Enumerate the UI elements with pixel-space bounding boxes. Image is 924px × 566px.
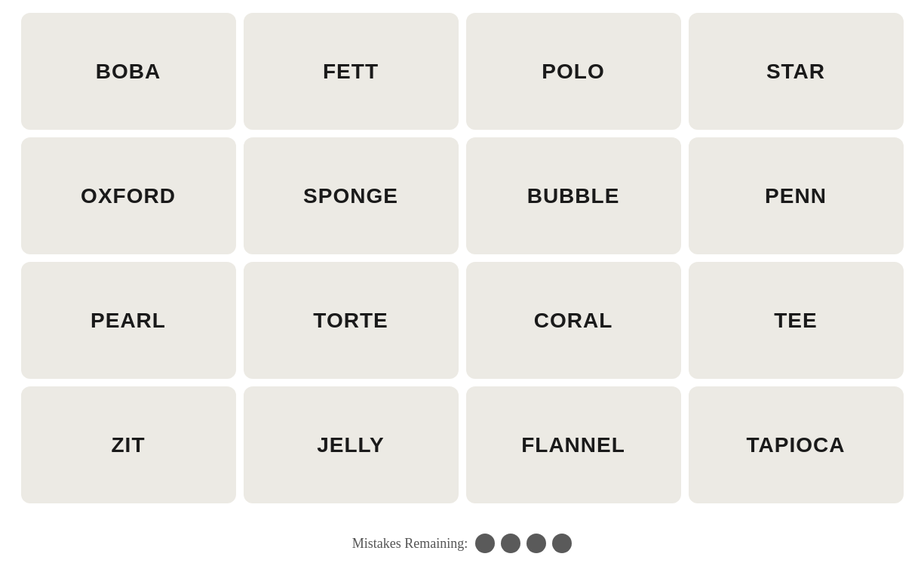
mistake-dot-3: [526, 534, 546, 553]
cell-label-polo: POLO: [542, 60, 604, 84]
grid-cell-tapioca[interactable]: TAPIOCA: [689, 386, 904, 503]
grid-cell-fett[interactable]: FETT: [244, 13, 459, 130]
cell-label-jelly: JELLY: [317, 433, 385, 457]
word-grid: BOBAFETTPOLOSTAROXFORDSPONGEBUBBLEPENNPE…: [21, 13, 904, 503]
grid-cell-polo[interactable]: POLO: [466, 13, 681, 130]
grid-cell-bubble[interactable]: BUBBLE: [466, 137, 681, 254]
grid-cell-star[interactable]: STAR: [689, 13, 904, 130]
mistakes-label: Mistakes Remaining:: [352, 536, 468, 552]
cell-label-oxford: OXFORD: [81, 184, 176, 208]
cell-label-flannel: FLANNEL: [521, 433, 625, 457]
grid-cell-coral[interactable]: CORAL: [466, 262, 681, 379]
mistakes-dots: [475, 534, 572, 553]
cell-label-tapioca: TAPIOCA: [747, 433, 846, 457]
cell-label-coral: CORAL: [534, 309, 613, 333]
cell-label-bubble: BUBBLE: [527, 184, 620, 208]
mistake-dot-1: [475, 534, 495, 553]
cell-label-boba: BOBA: [96, 60, 161, 84]
cell-label-fett: FETT: [323, 60, 379, 84]
grid-cell-tee[interactable]: TEE: [689, 262, 904, 379]
grid-cell-oxford[interactable]: OXFORD: [21, 137, 236, 254]
grid-cell-sponge[interactable]: SPONGE: [244, 137, 459, 254]
mistakes-section: Mistakes Remaining:: [352, 534, 572, 553]
grid-cell-pearl[interactable]: PEARL: [21, 262, 236, 379]
cell-label-star: STAR: [766, 60, 825, 84]
grid-cell-flannel[interactable]: FLANNEL: [466, 386, 681, 503]
cell-label-penn: PENN: [765, 184, 827, 208]
cell-label-pearl: PEARL: [91, 309, 166, 333]
cell-label-torte: TORTE: [313, 309, 388, 333]
grid-cell-penn[interactable]: PENN: [689, 137, 904, 254]
cell-label-zit: ZIT: [112, 433, 146, 457]
grid-cell-boba[interactable]: BOBA: [21, 13, 236, 130]
grid-cell-zit[interactable]: ZIT: [21, 386, 236, 503]
grid-cell-jelly[interactable]: JELLY: [244, 386, 459, 503]
mistake-dot-2: [501, 534, 520, 553]
cell-label-sponge: SPONGE: [303, 184, 398, 208]
mistake-dot-4: [552, 534, 572, 553]
grid-cell-torte[interactable]: TORTE: [244, 262, 459, 379]
cell-label-tee: TEE: [774, 309, 817, 333]
